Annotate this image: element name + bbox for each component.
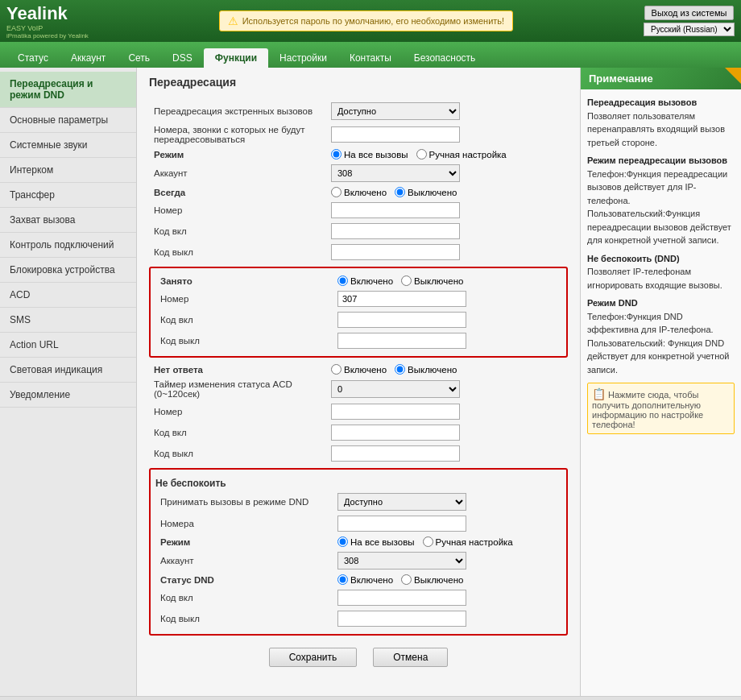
dnd-status-on-radio[interactable] — [337, 574, 348, 585]
always-code-off-input[interactable] — [331, 244, 460, 260]
sidebar-item-action-url[interactable]: Action URL — [0, 333, 136, 358]
sidebar-item-call-capture[interactable]: Захват вызова — [0, 208, 136, 233]
always-number-input[interactable] — [331, 202, 460, 218]
cancel-button[interactable]: Отмена — [373, 648, 448, 667]
table-row: Код выкл — [155, 608, 561, 629]
table-row: Режим На все вызовы Ручная настройка — [149, 147, 568, 162]
busy-off-radio[interactable] — [401, 275, 412, 286]
sidebar-item-transfer[interactable]: Трансфер — [0, 183, 136, 208]
noanswer-number-input[interactable] — [331, 404, 460, 420]
dnd-status-on-label[interactable]: Включено — [337, 574, 393, 585]
more-info-box[interactable]: 📋 Нажмите сюда, чтобы получить дополните… — [587, 383, 735, 434]
sidebar-item-forwarding-dnd[interactable]: Переадресация и режим DND — [0, 72, 136, 108]
nav-settings[interactable]: Настройки — [268, 48, 338, 68]
no-answer-off-label[interactable]: Выключено — [395, 364, 457, 375]
table-row: Аккаунт 308 — [155, 549, 561, 572]
note-icon: 📋 — [592, 387, 606, 400]
button-row: Сохранить Отмена — [149, 640, 568, 675]
note-dnd-title: Не беспокоить (DND) — [587, 254, 680, 263]
note-mode-text: Телефон:Функция переадресации вызовов де… — [587, 168, 735, 247]
language-select[interactable]: Русский (Russian) — [644, 23, 735, 36]
table-row: Номер — [149, 200, 568, 221]
nav-security[interactable]: Безопасность — [403, 48, 487, 68]
sidebar-item-notification[interactable]: Уведомление — [0, 383, 136, 408]
noanswer-code-on-input[interactable] — [331, 425, 460, 441]
forwarding-value-cell: Доступно — [326, 100, 568, 122]
busy-code-on-label: Код вкл — [155, 309, 333, 330]
always-off-label[interactable]: Выключено — [395, 187, 457, 197]
no-answer-label: Нет ответа — [154, 365, 203, 375]
mode-all-radio[interactable] — [331, 149, 342, 159]
dnd-account-select[interactable]: 308 — [337, 552, 466, 570]
mode-radio-cell: На все вызовы Ручная настройка — [326, 147, 568, 162]
busy-off-label[interactable]: Выключено — [401, 275, 463, 286]
account-select[interactable]: 308 — [331, 164, 460, 182]
always-radio-group: Включено Выключено — [331, 187, 563, 197]
busy-code-on-input[interactable] — [337, 312, 466, 328]
dnd-table: Принимать вызовы в режиме DND Доступно Н… — [155, 491, 561, 629]
mode-manual-radio[interactable] — [416, 149, 427, 159]
sidebar-item-sms[interactable]: SMS — [0, 308, 136, 333]
nav-account[interactable]: Аккаунт — [60, 48, 117, 68]
busy-on-label[interactable]: Включено — [337, 275, 393, 286]
numbers-input[interactable] — [331, 126, 460, 143]
noanswer-number-label: Номер — [149, 401, 326, 422]
busy-code-off-label: Код выкл — [155, 330, 333, 351]
noanswer-code-off-input[interactable] — [331, 445, 460, 462]
always-off-radio[interactable] — [395, 187, 405, 197]
sidebar-item-basic-params[interactable]: Основные параметры — [0, 108, 136, 133]
dnd-code-on-input[interactable] — [337, 590, 466, 606]
nav-status[interactable]: Статус — [6, 48, 60, 68]
sidebar-item-intercom[interactable]: Интерком — [0, 158, 136, 183]
no-answer-on-label[interactable]: Включено — [331, 364, 387, 375]
always-on-label[interactable]: Включено — [331, 187, 387, 197]
sidebar-item-acd[interactable]: ACD — [0, 283, 136, 308]
page-title: Переадресация — [149, 76, 568, 92]
dnd-status-off-radio[interactable] — [401, 574, 412, 585]
account-label: Аккаунт — [149, 162, 326, 184]
more-info-text: Нажмите сюда, чтобы получить дополнитель… — [592, 390, 703, 429]
dnd-accept-value-cell: Доступно — [333, 491, 561, 513]
forwarding-table: Переадресация экстренных вызовов Доступн… — [149, 100, 568, 263]
no-answer-on-radio[interactable] — [331, 364, 342, 375]
table-row: Режим На все вызовы Ручная настройка — [155, 534, 561, 549]
dnd-code-off-input[interactable] — [337, 611, 466, 627]
sidebar-item-light-indication[interactable]: Световая индикация — [0, 358, 136, 383]
nav-dss[interactable]: DSS — [161, 48, 204, 68]
dnd-mode-all-label[interactable]: На все вызовы — [337, 536, 415, 547]
save-button[interactable]: Сохранить — [269, 648, 358, 667]
mode-manual-label[interactable]: Ручная настройка — [416, 149, 507, 159]
dnd-mode-all-radio[interactable] — [337, 536, 348, 547]
always-code-on-input[interactable] — [331, 223, 460, 239]
sidebar-item-system-sounds[interactable]: Системные звуки — [0, 133, 136, 158]
dnd-section: Не беспокоить Принимать вызовы в режиме … — [149, 468, 568, 636]
dnd-status-off-label[interactable]: Выключено — [401, 574, 463, 585]
no-answer-off-radio[interactable] — [395, 364, 405, 375]
busy-code-off-input[interactable] — [337, 333, 466, 349]
dnd-mode-manual-label[interactable]: Ручная настройка — [423, 536, 513, 547]
busy-number-input[interactable] — [337, 291, 466, 307]
dnd-mode-manual-radio[interactable] — [423, 536, 433, 547]
mode-all-label[interactable]: На все вызовы — [331, 149, 408, 159]
nav-contacts[interactable]: Контакты — [338, 48, 403, 68]
sidebar-item-device-block[interactable]: Блокировка устройства — [0, 258, 136, 283]
table-row: Номера — [155, 513, 561, 534]
forwarding-select[interactable]: Доступно — [331, 102, 460, 120]
nav-network[interactable]: Сеть — [117, 48, 161, 68]
mode-label: Режим — [154, 150, 184, 159]
note-forwarding-title: Переадресация вызовов — [587, 97, 697, 107]
busy-on-radio[interactable] — [337, 275, 348, 286]
always-code-off-label: Код выкл — [149, 242, 326, 263]
sidebar-item-connection-control[interactable]: Контроль подключений — [0, 233, 136, 258]
logout-button[interactable]: Выход из системы — [644, 6, 735, 20]
always-radio-cell: Включено Выключено — [326, 184, 568, 200]
dnd-accept-select[interactable]: Доступно — [337, 493, 466, 511]
timer-select[interactable]: 0 — [331, 380, 460, 398]
numbers-value-cell — [326, 122, 568, 147]
nav-functions[interactable]: Функции — [204, 48, 268, 68]
dnd-code-on-label: Код вкл — [155, 587, 333, 608]
table-row: Статус DND Включено Выключено — [155, 572, 561, 587]
always-on-radio[interactable] — [331, 187, 342, 197]
mode-radio-group: На все вызовы Ручная настройка — [331, 149, 563, 159]
dnd-numbers-input[interactable] — [337, 516, 466, 532]
